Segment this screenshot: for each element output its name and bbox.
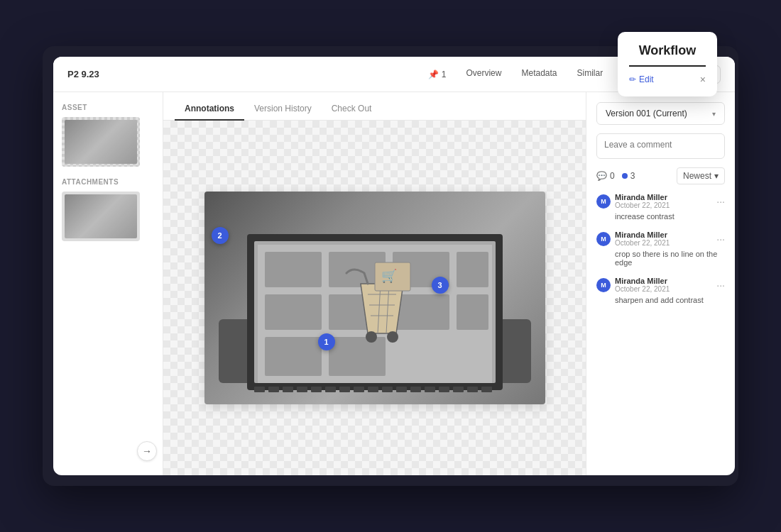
tab-overview[interactable]: Overview [457,65,510,84]
pin-badge: 📌 1 [428,70,447,79]
expand-arrow-button[interactable]: → [137,441,157,461]
asset-label: ASSET [62,104,154,111]
svg-rect-32 [382,387,393,392]
version-dropdown[interactable]: Version 001 (Current) ▾ [596,102,725,125]
svg-rect-29 [339,387,350,392]
image-content: 🛒 [204,192,545,404]
svg-rect-24 [268,387,279,392]
comment-text-3: increase contrast [596,212,725,221]
pin-count: 1 [442,70,447,79]
svg-rect-37 [453,387,464,392]
sort-label: Newest [683,171,711,181]
version-label: Version 001 (Current) [606,109,687,118]
author-date-1: October 22, 2021 [615,285,670,293]
annotation-pin-1[interactable]: 1 [318,333,335,350]
comment-header-3: M Miranda Miller October 22, 2021 ··· [596,193,725,209]
edit-pencil-icon: ✏ [629,74,636,84]
window-title: P2 9.23 [67,69,99,79]
tab-annotations[interactable]: Annotations [175,98,244,121]
tab-metadata[interactable]: Metadata [513,65,565,84]
chevron-down-icon: ▾ [712,110,716,118]
author-name-2: Miranda Miller [615,231,670,239]
tab-similar[interactable]: Similar [569,65,612,84]
avatar-2: M [596,232,611,246]
svg-rect-38 [467,387,478,392]
canvas-area: 🛒 [163,121,586,475]
workflow-edit-button[interactable]: ✏ Edit [629,74,654,84]
comment-more-1[interactable]: ··· [716,279,725,291]
author-date-3: October 22, 2021 [615,201,670,209]
arrow-right-icon: → [142,445,152,457]
workflow-popup: Workflow ✏ Edit × [618,32,717,96]
annotation-pin-2[interactable]: 2 [212,227,229,244]
comment-author-row-3: M Miranda Miller October 22, 2021 [596,193,670,209]
comment-item-2: M Miranda Miller October 22, 2021 ··· cr… [596,231,725,267]
inner-window: P2 9.23 📌 1 Overview Metadata Similar Em… [53,57,735,475]
comment-more-2[interactable]: ··· [716,233,725,245]
comments-list: M Miranda Miller October 22, 2021 ··· in… [596,193,725,304]
svg-rect-34 [410,387,421,392]
tab-version-history[interactable]: Version History [244,98,322,121]
pin-icon: 📌 [428,70,439,79]
workflow-edit-label: Edit [639,74,654,84]
comment-item-3: M Miranda Miller October 22, 2021 ··· in… [596,193,725,221]
center-area: Annotations Version History Check Out [163,92,586,475]
svg-rect-39 [481,387,492,392]
comment-text-1: sharpen and add contrast [596,296,725,304]
asset-thumbnail[interactable] [62,117,140,167]
resolved-dot [622,173,628,179]
svg-point-20 [387,331,398,343]
comment-author-row-1: M Miranda Miller October 22, 2021 [596,277,670,293]
comment-item-1: M Miranda Miller October 22, 2021 ··· sh… [596,277,725,304]
comment-author-row-2: M Miranda Miller October 22, 2021 [596,231,670,247]
svg-rect-4 [265,252,322,287]
tab-check-out[interactable]: Check Out [322,98,382,121]
svg-rect-35 [425,387,435,392]
workflow-popup-title: Workflow [629,43,706,58]
open-count: 0 [610,171,615,181]
svg-rect-13 [329,337,386,376]
comment-header-1: M Miranda Miller October 22, 2021 ··· [596,277,725,293]
avatar-3: M [596,194,611,209]
comment-input[interactable] [596,133,725,159]
svg-rect-36 [439,387,449,392]
attachment-thumbnail[interactable] [62,192,140,241]
svg-rect-27 [311,387,322,392]
attachments-label: ATTACHMENTS [62,178,154,186]
outer-window: P2 9.23 📌 1 Overview Metadata Similar Em… [43,46,738,486]
avatar-1: M [596,278,611,292]
comment-header-2: M Miranda Miller October 22, 2021 ··· [596,231,725,247]
open-count-item: 💬 0 [596,171,615,181]
attachment-image [65,194,137,238]
left-sidebar: ASSET ATTACHMENTS → [53,92,163,475]
sort-chevron-icon: ▾ [714,171,719,181]
right-panel: Version 001 (Current) ▾ 💬 0 3 [586,92,735,475]
svg-rect-30 [354,387,364,392]
svg-rect-33 [396,387,407,392]
svg-text:🛒: 🛒 [381,268,398,284]
resolved-count-item: 3 [622,171,635,181]
resolved-count: 3 [630,171,635,181]
sort-dropdown[interactable]: Newest ▾ [677,167,725,184]
author-name-1: Miranda Miller [615,277,670,285]
comment-counts: 💬 0 3 [596,171,635,181]
comment-filter-bar: 💬 0 3 Newest ▾ [596,167,725,184]
svg-rect-11 [457,294,488,330]
cart-illustration: 🛒 [204,192,545,404]
main-content: ASSET ATTACHMENTS → [53,92,735,475]
workflow-close-button[interactable]: × [700,74,706,85]
workflow-underline [629,65,706,67]
svg-rect-28 [325,387,336,392]
annotation-pin-3[interactable]: 3 [432,277,449,294]
chat-icon: 💬 [596,171,607,181]
thumb-image [65,120,137,164]
comment-text-2: crop so there is no line on the edge [596,250,725,267]
svg-rect-12 [265,337,322,376]
svg-rect-23 [254,387,265,392]
svg-point-19 [366,331,377,343]
comment-more-3[interactable]: ··· [716,196,725,207]
main-image: 🛒 [204,192,545,404]
svg-rect-7 [457,252,488,287]
workflow-actions: ✏ Edit × [629,74,706,85]
svg-rect-8 [265,294,322,330]
